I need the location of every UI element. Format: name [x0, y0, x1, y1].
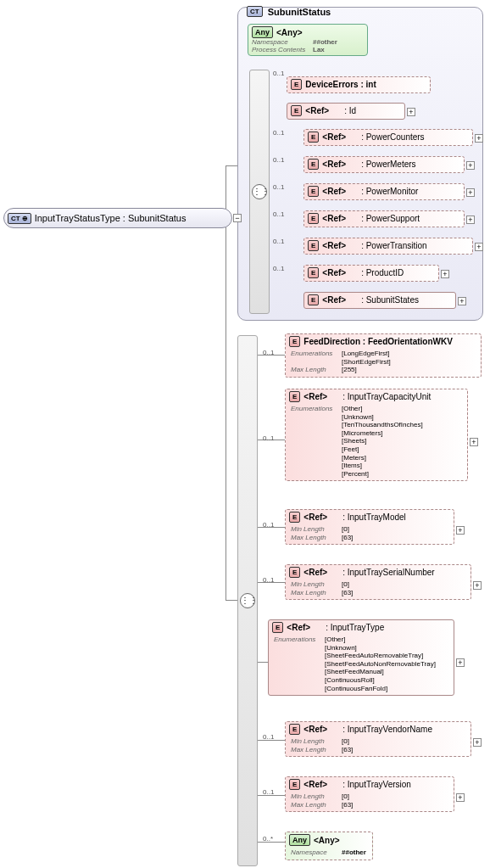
elem-inputtrayversion[interactable]: E<Ref>: InputTrayVersion Min Length[0] M… [285, 776, 454, 812]
elem-label: FeedDirection : FeedOrientationWKV [303, 337, 453, 346]
detail-val: [Other] [325, 636, 345, 644]
elem-ref-id[interactable]: E<Ref>: Id [287, 103, 405, 120]
expand-toggle[interactable]: + [456, 793, 465, 802]
e-icon: E [308, 240, 319, 251]
detail-val: [Items] [342, 462, 362, 470]
any-ns-key: Namespace [252, 38, 313, 46]
e-icon: E [289, 724, 300, 735]
elem-inputtrayserialnumber[interactable]: E<Ref>: InputTraySerialNumber Min Length… [285, 564, 471, 600]
detail-key: Min Length [291, 580, 342, 589]
detail-key: Namespace [291, 848, 342, 857]
detail-val: [ShortEdgeFirst] [342, 358, 391, 367]
cardinality: 0..1 [273, 129, 284, 137]
detail-key: Enumerations [291, 350, 342, 358]
elem-label: <Ref> [322, 268, 346, 277]
cardinality: 0..1 [263, 733, 274, 741]
detail-val: [Sheets] [342, 437, 366, 445]
cardinality: 0..1 [273, 70, 284, 77]
detail-val: [Feet] [342, 445, 359, 454]
e-icon: E [308, 159, 319, 170]
any-wildcard: Any <Any> Namespace##other Process Conte… [248, 24, 368, 56]
subunit-label: SubunitStatus [268, 7, 331, 17]
expand-toggle[interactable]: + [475, 243, 483, 251]
detail-key: Min Length [291, 525, 342, 534]
e-icon: E [272, 622, 283, 633]
seq-rect-subunit: ⋮⋮ [249, 70, 270, 314]
elem-ref-powermonitor[interactable]: E<Ref>: PowerMonitor [303, 183, 465, 200]
elem-inputtraytype[interactable]: E<Ref>: InputTrayType Enumerations[Other… [268, 619, 454, 696]
elem-label: <Ref> [322, 241, 346, 250]
branch-top [226, 165, 237, 166]
expand-toggle[interactable]: + [466, 188, 475, 197]
branch-bottom [226, 600, 237, 601]
detail-val: [ContinuousFanFold] [325, 685, 387, 693]
e-icon: E [308, 132, 319, 143]
cardinality: 0..1 [263, 788, 274, 796]
detail-key: Min Length [291, 792, 342, 801]
elem-label: DeviceErrors : int [305, 80, 376, 89]
detail-val: [Other] [342, 405, 362, 413]
detail-key: Max Length [291, 801, 342, 809]
detail-val: [0] [342, 525, 349, 534]
elem-inputtrayvendorname[interactable]: E<Ref>: InputTrayVendorName Min Length[0… [285, 721, 471, 757]
detail-val: [Meters] [342, 454, 366, 462]
detail-val: [SheetFeedManual] [325, 668, 384, 676]
elem-device-errors[interactable]: EDeviceErrors : int [287, 76, 431, 93]
expand-toggle[interactable]: + [473, 738, 482, 747]
e-icon: E [291, 79, 302, 90]
elem-suffix: : InputTrayModel [342, 512, 406, 522]
e-icon: E [289, 336, 300, 347]
detail-val: [63] [342, 746, 353, 754]
expand-toggle[interactable]: + [456, 526, 465, 535]
detail-key: Max Length [291, 366, 342, 374]
elem-ref-powertransition[interactable]: E<Ref>: PowerTransition [303, 238, 473, 255]
elem-suffix: : InputTrayVersion [342, 780, 411, 789]
detail-val: [255] [342, 366, 357, 374]
elem-ref-powersupport[interactable]: E<Ref>: PowerSupport [303, 210, 465, 227]
detail-key: Enumerations [274, 636, 325, 644]
cardinality: 0..1 [273, 265, 284, 272]
elem-label: <Ref> [322, 160, 346, 169]
expand-toggle[interactable]: + [466, 161, 475, 170]
elem-inputtraycapacityunit[interactable]: E<Ref>: InputTrayCapacityUnit Enumeratio… [285, 389, 468, 481]
elem-ref-subunitstates[interactable]: E<Ref>: SubunitStates [303, 292, 456, 309]
any-pc-key: Process Contents [252, 46, 313, 53]
detail-val: [Micrometers] [342, 429, 382, 438]
elem-suffix: : PowerMeters [361, 160, 415, 169]
expand-toggle[interactable]: + [475, 134, 483, 143]
elem-label: <Ref> [303, 780, 327, 789]
any-ns-val: ##other [313, 38, 337, 46]
e-icon: E [289, 391, 300, 402]
expand-toggle[interactable]: + [473, 581, 482, 590]
detail-val: [0] [342, 580, 349, 589]
expand-toggle[interactable]: + [470, 438, 478, 446]
expand-toggle[interactable]: + [456, 658, 465, 667]
elem-label: <Ref> [322, 214, 346, 223]
elem-suffix: : PowerCounters [361, 132, 424, 142]
elem-suffix: : PowerMonitor [361, 187, 418, 196]
elem-ref-powercounters[interactable]: E<Ref>: PowerCounters [303, 129, 473, 146]
root-type-node[interactable]: CT InputTrayStatusType : SubunitStatus [3, 208, 232, 228]
diagram-canvas: CT InputTrayStatusType : SubunitStatus −… [0, 0, 490, 868]
elem-any-ext[interactable]: Any<Any> Namespace##other [285, 832, 373, 860]
expand-toggle[interactable]: + [441, 270, 449, 278]
expand-toggle[interactable]: − [233, 214, 242, 222]
elem-ref-productid[interactable]: E<Ref>: ProductID [303, 265, 439, 282]
detail-val: [ContinuousRoll] [325, 676, 375, 685]
expand-toggle[interactable]: + [407, 108, 415, 116]
expand-toggle[interactable]: + [458, 297, 466, 305]
expand-toggle[interactable]: + [466, 216, 475, 224]
elem-label: <Ref> [322, 295, 346, 305]
detail-key: Enumerations [291, 405, 342, 413]
elem-feeddirection[interactable]: EFeedDirection : FeedOrientationWKV Enum… [285, 333, 482, 378]
seq-rect-ext: ⋮⋮ [237, 335, 258, 866]
detail-val: [0] [342, 737, 349, 746]
cardinality: 0..1 [273, 183, 284, 191]
elem-suffix: : InputTrayType [326, 623, 384, 632]
e-icon: E [308, 213, 319, 224]
elem-inputtraymodel[interactable]: E<Ref>: InputTrayModel Min Length[0] Max… [285, 509, 454, 545]
detail-val: [Unknown] [325, 644, 357, 652]
elem-ref-powermeters[interactable]: E<Ref>: PowerMeters [303, 156, 465, 173]
e-icon: E [289, 567, 300, 578]
seq-connector-icon: ⋮⋮ [252, 184, 267, 199]
